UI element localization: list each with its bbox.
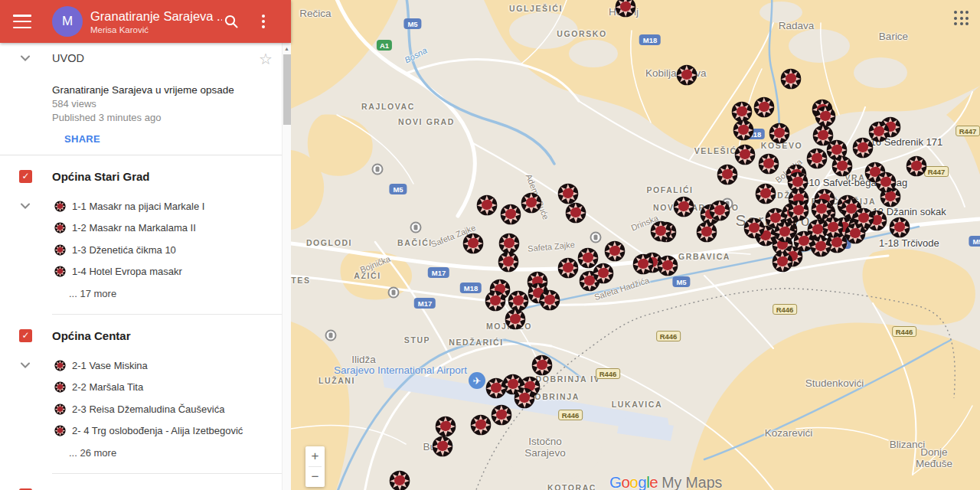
scrollbar-thumb[interactable] bbox=[283, 54, 291, 125]
shell-marker[interactable] bbox=[485, 377, 507, 399]
menu-icon[interactable] bbox=[13, 15, 31, 28]
shell-marker[interactable] bbox=[717, 164, 738, 185]
layer-name: Općina Stari Grad bbox=[52, 170, 150, 183]
explosion-icon bbox=[54, 222, 66, 234]
layer-item-label: 1-3 Dženetića čikma 10 bbox=[72, 244, 176, 256]
shell-marker[interactable] bbox=[769, 122, 790, 144]
shell-marker[interactable] bbox=[521, 192, 542, 214]
shell-marker[interactable] bbox=[758, 153, 779, 175]
shell-marker[interactable] bbox=[514, 387, 535, 409]
airport-icon: ✈ bbox=[469, 372, 485, 389]
shell-marker[interactable] bbox=[709, 200, 730, 221]
shell-marker[interactable] bbox=[889, 217, 910, 238]
shell-marker[interactable] bbox=[505, 309, 526, 330]
shell-marker[interactable] bbox=[844, 223, 866, 244]
shell-marker[interactable] bbox=[780, 68, 802, 90]
shell-marker[interactable] bbox=[696, 221, 717, 243]
shell-marker[interactable] bbox=[657, 255, 678, 276]
google-logo[interactable]: Google bbox=[609, 473, 658, 490]
chevron-down-icon[interactable] bbox=[18, 358, 32, 372]
shell-marker[interactable] bbox=[822, 217, 844, 238]
shell-marker[interactable] bbox=[788, 200, 809, 221]
layer-item-label: 2-2 Maršala Tita bbox=[72, 381, 143, 393]
shell-marker[interactable] bbox=[875, 172, 897, 193]
shell-marker[interactable] bbox=[565, 202, 586, 224]
map-canvas[interactable]: SarajevoUGLJEŠIĆIUGORSKORAJLOVACNOVI GRA… bbox=[291, 0, 980, 490]
legend-sidebar: UVOD ☆ Granatiranje Sarajeva u vrijeme o… bbox=[0, 43, 291, 490]
train-station-icon bbox=[388, 287, 400, 299]
layer-item-label: 2-1 Vase Miskina bbox=[72, 360, 148, 371]
shell-marker[interactable] bbox=[906, 155, 927, 177]
layer-checkbox[interactable]: ✓ bbox=[19, 329, 32, 342]
layer-item[interactable]: 1-3 Dženetića čikma 10 bbox=[0, 239, 291, 261]
more-options-icon[interactable] bbox=[254, 12, 273, 31]
map-attribution[interactable]: Google My Maps bbox=[609, 473, 722, 490]
shell-marker[interactable] bbox=[810, 236, 831, 257]
shell-marker[interactable] bbox=[676, 64, 697, 86]
shell-marker[interactable] bbox=[389, 470, 410, 490]
layer-item[interactable]: 1-1 Masakr na pijaci Markale I bbox=[0, 195, 291, 217]
layer-item[interactable]: 2-3 Reisa Džemaludina Čauševića bbox=[0, 398, 291, 420]
shell-marker[interactable] bbox=[557, 257, 579, 279]
layer-item[interactable]: 2-1 Vase Miskina bbox=[0, 354, 291, 377]
shell-marker[interactable] bbox=[500, 204, 521, 225]
shell-marker[interactable] bbox=[531, 354, 553, 376]
layer-item[interactable]: 2- 4 Trg oslobođenja - Alija Izetbegović bbox=[0, 420, 291, 443]
shell-marker[interactable] bbox=[734, 144, 756, 165]
shell-marker[interactable] bbox=[753, 96, 775, 118]
layer-item[interactable]: 2-2 Maršala Tita bbox=[0, 377, 291, 399]
layer-group-header: ✓Općina Novo Sarajevo bbox=[0, 482, 291, 490]
shell-marker[interactable] bbox=[435, 416, 456, 437]
section-title-uvod: UVOD bbox=[52, 52, 84, 64]
zoom-control: + − bbox=[305, 446, 325, 487]
layer-item[interactable]: 1-4 Hotel Evropa masakr bbox=[0, 261, 291, 283]
shell-marker[interactable] bbox=[498, 251, 519, 273]
shell-marker[interactable] bbox=[852, 137, 874, 158]
shell-marker[interactable] bbox=[815, 106, 836, 127]
map-terrain bbox=[291, 0, 980, 490]
shell-marker[interactable] bbox=[476, 194, 498, 216]
explosion-icon bbox=[54, 244, 66, 256]
zoom-out-button[interactable]: − bbox=[305, 467, 325, 487]
zoom-in-button[interactable]: + bbox=[305, 446, 325, 466]
shell-marker[interactable] bbox=[462, 233, 484, 254]
shell-marker[interactable] bbox=[772, 251, 793, 273]
shell-marker[interactable] bbox=[491, 404, 512, 426]
shell-marker[interactable] bbox=[774, 221, 795, 243]
google-apps-grid-icon[interactable] bbox=[954, 11, 969, 26]
shell-marker[interactable] bbox=[650, 220, 671, 242]
app-header: M Granatiranje Sarajeva ... Merisa Karov… bbox=[0, 0, 291, 43]
show-more-items[interactable]: ... 17 more bbox=[0, 283, 291, 304]
shell-marker[interactable] bbox=[539, 289, 560, 311]
share-button[interactable]: SHARE bbox=[64, 133, 100, 145]
divider bbox=[52, 314, 291, 315]
explosion-icon bbox=[54, 201, 66, 212]
shell-marker[interactable] bbox=[831, 155, 853, 177]
shell-marker[interactable] bbox=[615, 0, 636, 18]
star-icon[interactable]: ☆ bbox=[259, 50, 273, 68]
shell-marker[interactable] bbox=[593, 263, 614, 284]
shell-marker[interactable] bbox=[673, 196, 694, 217]
explosion-icon bbox=[54, 403, 66, 415]
divider bbox=[0, 155, 291, 155]
shell-marker[interactable] bbox=[806, 148, 828, 169]
search-icon[interactable] bbox=[222, 12, 240, 31]
shell-marker[interactable] bbox=[632, 253, 654, 275]
chevron-down-icon[interactable] bbox=[18, 199, 32, 213]
shell-marker[interactable] bbox=[743, 217, 765, 239]
layer-checkbox[interactable]: ✓ bbox=[19, 170, 32, 183]
scroll-up-icon[interactable]: ▲ bbox=[283, 43, 291, 51]
explosion-icon bbox=[54, 425, 66, 436]
shell-marker[interactable] bbox=[755, 183, 776, 204]
shell-marker[interactable] bbox=[733, 119, 754, 141]
shell-marker[interactable] bbox=[604, 240, 626, 262]
train-station-icon bbox=[325, 330, 337, 341]
shell-marker[interactable] bbox=[470, 414, 492, 436]
shell-marker[interactable] bbox=[557, 183, 579, 204]
chevron-down-icon[interactable] bbox=[18, 51, 32, 65]
show-more-items[interactable]: ... 26 more bbox=[0, 442, 291, 463]
shell-marker[interactable] bbox=[432, 436, 453, 457]
sidebar-scrollbar[interactable]: ▲ bbox=[282, 43, 291, 490]
layer-item[interactable]: 1-2 Masakr na Markalama II bbox=[0, 217, 291, 240]
shell-marker[interactable] bbox=[485, 290, 506, 312]
